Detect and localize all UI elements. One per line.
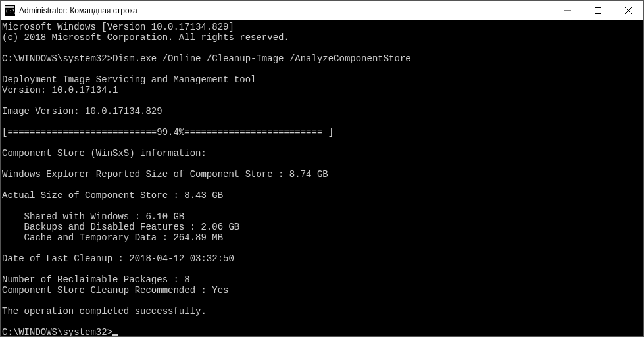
entered-command: Dism.exe /Online /Cleanup-Image /Analyze… (112, 53, 411, 64)
prompt-path: C:\WINDOWS\system32> (2, 53, 112, 64)
minimize-button[interactable] (553, 1, 583, 20)
progress-bar: [===========================99.4%=======… (2, 127, 334, 138)
close-button[interactable] (613, 1, 643, 20)
dism-tool-header: Deployment Image Servicing and Managemen… (2, 74, 256, 85)
window-controls (553, 1, 643, 20)
reported-size: Windows Explorer Reported Size of Compon… (2, 169, 328, 180)
svg-text:C:\: C:\ (6, 9, 15, 14)
cache-temp: Cache and Temporary Data : 264.89 MB (2, 232, 223, 243)
image-version: Image Version: 10.0.17134.829 (2, 106, 162, 117)
maximize-button[interactable] (583, 1, 613, 20)
backups-disabled: Backups and Disabled Features : 2.06 GB (2, 222, 239, 232)
dism-version: Version: 10.0.17134.1 (2, 85, 118, 95)
operation-complete: The operation completed successfully. (2, 306, 207, 317)
reclaimable-packages: Number of Reclaimable Packages : 8 (2, 274, 190, 285)
shared-with-windows: Shared with Windows : 6.10 GB (2, 211, 184, 222)
cleanup-recommended: Component Store Cleanup Recommended : Ye… (2, 285, 228, 296)
copyright-line: (c) 2018 Microsoft Corporation. All righ… (2, 32, 289, 43)
last-cleanup-date: Date of Last Cleanup : 2018-04-12 03:32:… (2, 253, 234, 264)
window-title: Administrator: Командная строка (19, 1, 553, 20)
titlebar: C:\ Administrator: Командная строка (1, 1, 643, 20)
cmd-icon: C:\ (5, 5, 15, 16)
component-store-header: Component Store (WinSxS) information: (2, 148, 207, 159)
svg-rect-4 (595, 7, 601, 13)
terminal-output[interactable]: Microsoft Windows [Version 10.0.17134.82… (1, 20, 643, 336)
os-version-line: Microsoft Windows [Version 10.0.17134.82… (2, 22, 234, 32)
prompt-path: C:\WINDOWS\system32> (2, 327, 112, 336)
svg-rect-1 (5, 6, 14, 8)
cursor (112, 334, 118, 336)
actual-size: Actual Size of Component Store : 8.43 GB (2, 190, 223, 201)
